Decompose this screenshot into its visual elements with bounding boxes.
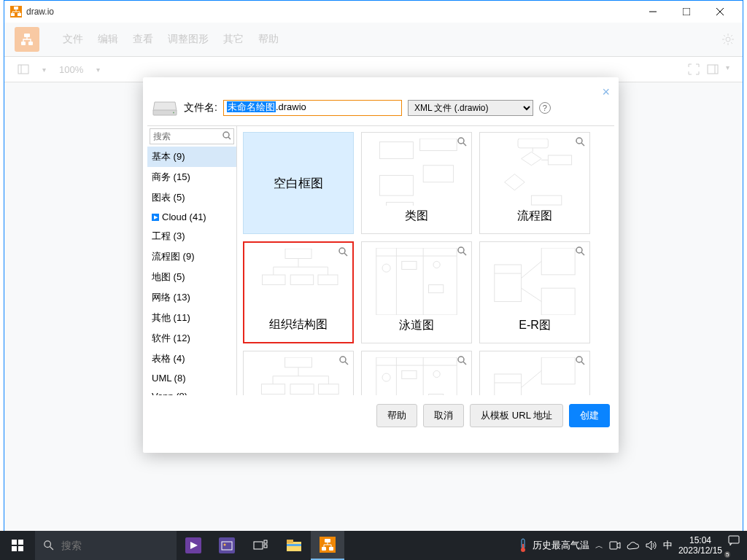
category-label: 工程 (3): [152, 230, 185, 243]
template-item[interactable]: Sequence: [243, 351, 354, 395]
svg-rect-73: [290, 384, 314, 394]
category-label: 流程图 (9): [152, 250, 195, 263]
taskbar-search[interactable]: [35, 531, 177, 560]
minimize-button[interactable]: [636, 1, 670, 23]
tray-volume-icon[interactable]: [646, 540, 657, 551]
close-icon[interactable]: ×: [602, 85, 610, 100]
template-search[interactable]: [150, 128, 234, 144]
tray-datetime[interactable]: 15:04 2023/12/15: [678, 535, 722, 556]
template-item[interactable]: 组织结构图: [243, 241, 354, 343]
category-item[interactable]: ▶Cloud (41): [147, 208, 236, 226]
filename-label: 文件名:: [184, 101, 217, 114]
category-item[interactable]: UML (8): [147, 369, 236, 387]
tray-notifications-icon[interactable]: 5: [728, 534, 740, 556]
chevron-down-icon[interactable]: ▾: [96, 66, 100, 74]
zoom-level[interactable]: 100%: [59, 64, 83, 75]
svg-rect-119: [522, 544, 524, 550]
svg-rect-4: [683, 8, 690, 15]
filename-input[interactable]: 未命名绘图.drawio: [223, 100, 402, 116]
template-item[interactable]: Simple: [361, 351, 472, 395]
template-item[interactable]: 泳道图: [361, 241, 472, 343]
svg-rect-74: [319, 384, 339, 394]
taskbar-app-clipchamp[interactable]: [177, 531, 210, 560]
template-preview: [368, 248, 465, 315]
category-item[interactable]: 流程图 (9): [147, 246, 236, 267]
fullscreen-icon[interactable]: [688, 63, 700, 75]
svg-rect-107: [254, 542, 263, 549]
tray-ime[interactable]: 中: [663, 539, 673, 552]
taskbar-search-input[interactable]: [61, 540, 168, 551]
format-panel-icon[interactable]: [707, 63, 719, 75]
template-item[interactable]: 类图: [361, 132, 472, 234]
svg-rect-38: [531, 195, 561, 205]
category-item[interactable]: 基本 (9): [147, 147, 236, 167]
template-item[interactable]: 流程图: [479, 132, 590, 234]
menu-help[interactable]: 帮助: [251, 28, 286, 50]
category-item[interactable]: 图表 (5): [147, 187, 236, 208]
tray-chevron-icon[interactable]: ︿: [595, 540, 603, 551]
category-item[interactable]: 地图 (5): [147, 267, 236, 287]
template-item[interactable]: Cross-: [479, 351, 590, 395]
create-button[interactable]: 创建: [569, 404, 610, 427]
svg-rect-31: [379, 176, 413, 196]
category-item[interactable]: 软件 (12): [147, 328, 236, 349]
thermometer-icon: [518, 538, 528, 553]
taskbar-explorer[interactable]: [277, 531, 311, 560]
weather-widget[interactable]: 历史最高气温: [518, 538, 589, 553]
svg-rect-120: [610, 542, 617, 549]
template-label: E-R图: [480, 316, 589, 335]
weather-label: 历史最高气温: [533, 539, 589, 552]
svg-rect-111: [287, 540, 293, 543]
svg-rect-36: [518, 139, 548, 148]
cancel-button[interactable]: 取消: [423, 404, 464, 427]
category-label: Cloud (41): [162, 211, 206, 222]
category-label: 图表 (5): [152, 191, 185, 204]
menu-arrange[interactable]: 调整图形: [160, 28, 216, 50]
category-label: 商务 (15): [152, 171, 190, 184]
from-url-button[interactable]: 从模板 URL 地址: [470, 404, 563, 427]
category-item[interactable]: 网络 (13): [147, 287, 236, 308]
svg-rect-19: [18, 65, 28, 74]
close-button[interactable]: [703, 1, 737, 23]
category-item[interactable]: Venn (8): [147, 387, 236, 395]
taskbar-drawio[interactable]: [311, 531, 344, 560]
chevron-down-icon[interactable]: ▾: [726, 63, 729, 75]
drive-icon: [152, 99, 178, 117]
svg-rect-46: [318, 275, 338, 285]
help-button[interactable]: 帮助: [376, 404, 417, 427]
menu-edit[interactable]: 编辑: [90, 28, 125, 50]
tray-meet-now-icon[interactable]: [609, 540, 621, 551]
taskbar-taskview[interactable]: [244, 531, 277, 560]
menubar: 文件 编辑 查看 调整图形 其它 帮助: [4, 23, 743, 56]
menu-view[interactable]: 查看: [125, 28, 160, 50]
maximize-button[interactable]: [670, 1, 703, 23]
sidebar-toggle-icon[interactable]: [18, 63, 29, 75]
menu-extras[interactable]: 其它: [216, 28, 251, 50]
category-item[interactable]: 表格 (4): [147, 349, 236, 369]
template-preview: [368, 357, 465, 395]
svg-line-15: [724, 35, 725, 36]
category-label: 其他 (11): [152, 311, 190, 324]
category-item[interactable]: 工程 (3): [147, 226, 236, 246]
start-button[interactable]: [0, 531, 35, 560]
chevron-down-icon[interactable]: ▾: [42, 66, 46, 74]
template-item[interactable]: E-R图: [479, 241, 590, 343]
category-item[interactable]: 商务 (15): [147, 167, 236, 187]
template-preview: [486, 139, 584, 206]
svg-rect-1: [11, 13, 15, 16]
svg-rect-91: [495, 374, 522, 395]
dialog-header: 文件名: 未命名绘图.drawio XML 文件 (.drawio) ?: [143, 77, 619, 125]
svg-point-59: [433, 261, 440, 268]
template-item[interactable]: 空白框图: [243, 132, 354, 234]
theme-icon[interactable]: [722, 34, 734, 45]
category-item[interactable]: 其他 (11): [147, 308, 236, 328]
filetype-select[interactable]: XML 文件 (.drawio): [408, 100, 533, 116]
search-input[interactable]: [150, 129, 233, 144]
template-label: 泳道图: [362, 316, 471, 335]
tray-onedrive-icon[interactable]: [627, 541, 640, 550]
taskbar-app-photos[interactable]: [210, 531, 244, 560]
help-icon[interactable]: ?: [539, 102, 551, 114]
svg-rect-45: [290, 275, 314, 285]
svg-line-26: [228, 137, 231, 139]
menu-file[interactable]: 文件: [55, 28, 90, 50]
